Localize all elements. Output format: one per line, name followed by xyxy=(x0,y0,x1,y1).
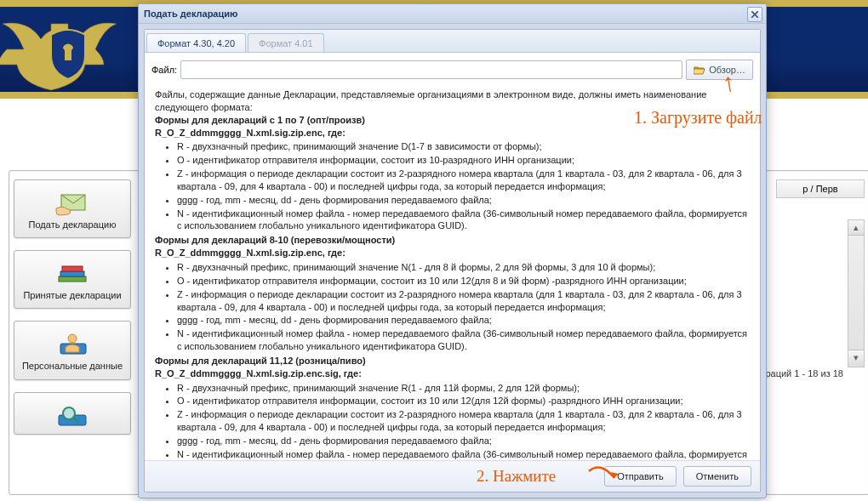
svg-rect-3 xyxy=(62,266,83,271)
emblem-icon xyxy=(0,3,136,105)
list-item: R - двухзначный префикс, принимающий зна… xyxy=(177,382,750,395)
list-item: Z - информация о периоде декларации сост… xyxy=(177,168,750,193)
svg-rect-1 xyxy=(59,276,86,282)
section3-pattern: R_O_Z_ddmmgggg_N.xml.sig.zip.enc.sig, гд… xyxy=(155,367,750,380)
grid-column-header[interactable]: р / Перв xyxy=(776,179,865,198)
submit-declaration-label: Подать декларацию xyxy=(18,219,127,231)
list-item: gggg - год, mm - месяц, dd - день формир… xyxy=(177,194,750,207)
dialog-title: Подать декларацию xyxy=(139,4,766,24)
section1-pattern: R_O_Z_ddmmgggg_N.xml.sig.zip.enc, где: xyxy=(155,127,750,139)
svg-point-7 xyxy=(63,407,75,419)
books-icon xyxy=(18,259,127,288)
section2-title: Формы для деклараций 8-10 (перевозки/мощ… xyxy=(155,234,750,247)
cancel-button[interactable]: Отменить xyxy=(683,466,751,487)
list-item: N - идентификационный номер файла - номе… xyxy=(177,448,750,460)
list-item: Z - информация о периоде декларации сост… xyxy=(177,408,750,434)
list-item: gggg - год, mm - месяц, dd - день формир… xyxy=(177,314,750,327)
personal-data-label: Персональные данные xyxy=(18,361,127,372)
list-item: N - идентификационный номер файла - номе… xyxy=(177,208,750,233)
folder-open-icon xyxy=(694,65,705,75)
section2-list: R - двухзначный префикс, принимающий зна… xyxy=(177,261,750,353)
list-item: R - двухзначный префикс, принимающий зна… xyxy=(177,261,750,274)
list-item: gggg - год, mm - месяц, dd - день формир… xyxy=(177,435,750,447)
grid-scrollbar[interactable]: ▴ ▾ xyxy=(848,219,865,367)
list-item: R - двухзначный префикс, принимающий зна… xyxy=(177,140,750,153)
tab-format-430-420[interactable]: Формат 4.30, 4.20 xyxy=(146,33,246,52)
list-item: O - идентификатор отправителя информации… xyxy=(177,154,750,167)
list-item: Z - информация о периоде декларации сост… xyxy=(177,288,750,314)
grid-status-text: лараций 1 - 18 из 18 xyxy=(755,368,843,379)
personal-data-button[interactable]: Персональные данные xyxy=(14,321,131,379)
submit-declaration-button[interactable]: Подать декларацию xyxy=(14,179,131,238)
section3-list: R - двухзначный префикс, принимающий зна… xyxy=(177,382,750,460)
annotation-step2: 2. Нажмите xyxy=(477,467,556,486)
accepted-declarations-button[interactable]: Принятые декларации xyxy=(14,250,131,309)
svg-point-5 xyxy=(68,334,77,343)
annotation-arrow-2 xyxy=(587,463,621,490)
section3-title: Формы для деклараций 11,12 (розница/пиво… xyxy=(155,355,750,367)
annotation-step1: 1. Загрузите файл xyxy=(634,108,762,128)
envelope-hand-icon xyxy=(18,189,127,218)
submit-declaration-dialog: Подать декларацию Формат 4.30, 4.20 Форм… xyxy=(138,3,767,498)
file-path-input[interactable] xyxy=(180,60,682,79)
section1-list: R - двухзначный префикс, принимающий зна… xyxy=(177,140,750,232)
list-item: N - идентификационный номер файла - номе… xyxy=(177,327,750,353)
instruction-content: Файлы, содержащие данные Декларации, пре… xyxy=(145,85,760,460)
close-icon xyxy=(751,11,758,18)
accepted-declarations-label: Принятые декларации xyxy=(18,290,127,301)
tab-format-401[interactable]: Формат 4.01 xyxy=(248,33,324,52)
dialog-close-button[interactable] xyxy=(747,7,762,22)
tab-strip: Формат 4.30, 4.20 Формат 4.01 xyxy=(145,30,760,53)
magnifier-book-icon xyxy=(18,401,127,430)
person-book-icon xyxy=(18,330,127,359)
svg-rect-2 xyxy=(60,271,84,276)
list-item: O - идентификатор отправителя информации… xyxy=(177,275,750,288)
scroll-down-button[interactable]: ▾ xyxy=(848,350,864,365)
search-button[interactable] xyxy=(14,392,131,435)
list-item: O - идентификатор отправителя информации… xyxy=(177,395,750,407)
file-label: Файл: xyxy=(151,65,177,75)
scroll-up-button[interactable]: ▴ xyxy=(848,220,864,236)
section2-pattern: R_O_Z_ddmmgggg_N.xml.sig.zip.enc, где: xyxy=(155,247,750,259)
